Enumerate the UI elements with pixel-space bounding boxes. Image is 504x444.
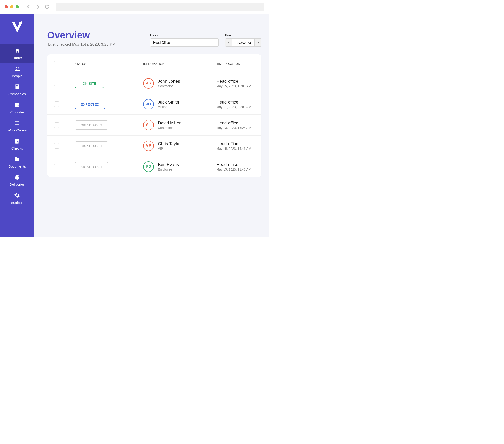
date-filter-label: Date — [225, 34, 262, 37]
location-name: Head office — [216, 100, 255, 105]
person-role: Contractor — [158, 84, 180, 88]
svg-point-12 — [18, 105, 18, 106]
page-subtitle: Last checked May 15th, 2023, 3:28 PM — [47, 42, 116, 47]
location-time: May 15, 2023, 14:43 AM — [216, 147, 255, 151]
sidebar-item-label: Home — [13, 56, 22, 60]
table-row[interactable]: SIGNED-OUT PJ Ben Evans Employee Head of… — [47, 156, 262, 177]
date-next-button[interactable] — [254, 39, 261, 46]
sidebar-item-label: Deliveries — [10, 182, 25, 186]
row-checkbox[interactable] — [54, 81, 59, 86]
menu-icon — [14, 120, 20, 127]
reload-button[interactable] — [44, 4, 49, 9]
avatar: JB — [143, 99, 154, 109]
svg-rect-3 — [16, 85, 17, 86]
date-prev-button[interactable] — [225, 39, 232, 46]
location-time: May 13, 2023, 16:24 AM — [216, 126, 255, 130]
window-close[interactable] — [5, 5, 8, 8]
people-icon — [14, 66, 20, 73]
svg-point-0 — [16, 67, 18, 68]
main-content: Overview Last checked May 15th, 2023, 3:… — [34, 14, 269, 237]
forward-button[interactable] — [35, 4, 40, 9]
sidebar-item-documents[interactable]: Documents — [0, 153, 34, 171]
box-icon — [14, 174, 20, 181]
location-name: Head office — [216, 79, 255, 84]
sidebar-item-calendar[interactable]: Calendar — [0, 99, 34, 117]
sidebar-item-label: Companies — [8, 92, 26, 96]
status-badge: SIGNED-OUT — [74, 141, 108, 151]
sidebar-item-label: Settings — [11, 201, 23, 205]
svg-point-1 — [18, 67, 19, 68]
person-name: John Jones — [158, 79, 180, 84]
page-title: Overview — [47, 30, 116, 41]
person-name: David Miller — [158, 120, 180, 125]
person-role: Visitor — [158, 105, 179, 109]
person-name: Jack Smith — [158, 100, 179, 105]
folder-icon — [14, 156, 20, 163]
col-status: STATUS — [74, 62, 143, 65]
gear-icon — [14, 192, 20, 199]
sidebar-item-companies[interactable]: Companies — [0, 81, 34, 99]
avatar: MB — [143, 141, 154, 151]
location-select[interactable]: Head Office — [150, 39, 219, 47]
svg-point-11 — [17, 105, 18, 106]
status-badge: SIGNED-OUT — [74, 120, 108, 130]
sidebar-item-people[interactable]: People — [0, 62, 34, 81]
window-minimize[interactable] — [10, 5, 13, 8]
avatar: SL — [143, 120, 154, 130]
table-row[interactable]: ON-SITE AS John Jones Contractor Head of… — [47, 73, 262, 94]
sidebar-item-label: People — [12, 74, 23, 78]
home-icon — [14, 48, 20, 55]
app-logo — [10, 21, 24, 35]
location-time: May 15, 2023, 11:46 AM — [216, 168, 255, 171]
overview-table: STATUS INFORMATION TIME/LOCATION ON-SITE… — [47, 55, 262, 177]
sidebar-item-work-orders[interactable]: Work Orders — [0, 117, 34, 135]
sidebar-item-label: Work Orders — [8, 128, 27, 132]
person-name: Chris Taylor — [158, 141, 181, 146]
date-value[interactable]: 18/04/2023 — [232, 39, 254, 46]
svg-rect-4 — [18, 85, 18, 86]
calendar-icon — [14, 102, 20, 109]
person-name: Ben Evans — [158, 162, 179, 167]
sidebar-item-deliveries[interactable]: Deliveries — [0, 171, 34, 189]
col-information: INFORMATION — [143, 62, 216, 65]
location-name: Head office — [216, 162, 255, 167]
back-button[interactable] — [26, 4, 31, 9]
date-picker: 18/04/2023 — [225, 39, 262, 47]
location-name: Head office — [216, 120, 255, 125]
table-row[interactable]: EXPECTED JB Jack Smith Visitor Head offi… — [47, 94, 262, 115]
table-row[interactable]: SIGNED-OUT SL David Miller Contractor He… — [47, 115, 262, 135]
building-icon — [14, 84, 20, 91]
sidebar-item-settings[interactable]: Settings — [0, 189, 34, 207]
avatar: PJ — [143, 161, 154, 172]
row-checkbox[interactable] — [54, 143, 59, 149]
location-time: May 15, 2023, 10:00 AM — [216, 84, 255, 88]
col-timelocation: TIME/LOCATION — [216, 62, 255, 65]
svg-point-10 — [16, 105, 17, 106]
sidebar: Home People Companies Calendar Work Orde… — [0, 14, 34, 237]
sidebar-item-home[interactable]: Home — [0, 44, 34, 62]
url-bar[interactable] — [56, 2, 264, 11]
sidebar-item-checks[interactable]: Checks — [0, 135, 34, 153]
svg-rect-2 — [15, 84, 19, 89]
check-doc-icon — [14, 138, 20, 145]
row-checkbox[interactable] — [54, 122, 59, 128]
sidebar-item-label: Documents — [8, 164, 26, 168]
table-row[interactable]: SIGNED-OUT MB Chris Taylor VIP Head offi… — [47, 135, 262, 156]
location-value: Head Office — [153, 41, 170, 44]
select-all-checkbox[interactable] — [54, 61, 59, 66]
row-checkbox[interactable] — [54, 101, 59, 107]
window-controls — [5, 5, 19, 8]
row-checkbox[interactable] — [54, 164, 59, 170]
location-name: Head office — [216, 141, 255, 146]
window-maximize[interactable] — [16, 5, 19, 8]
location-filter-label: Location — [150, 34, 219, 37]
person-role: Employee — [158, 168, 179, 171]
status-badge: ON-SITE — [74, 79, 104, 88]
person-role: VIP — [158, 147, 181, 151]
svg-rect-5 — [16, 87, 17, 87]
location-time: May 17, 2023, 09:00 AM — [216, 105, 255, 109]
browser-chrome — [0, 0, 269, 14]
svg-rect-6 — [18, 87, 18, 87]
sidebar-item-label: Checks — [11, 146, 23, 150]
avatar: AS — [143, 78, 154, 89]
